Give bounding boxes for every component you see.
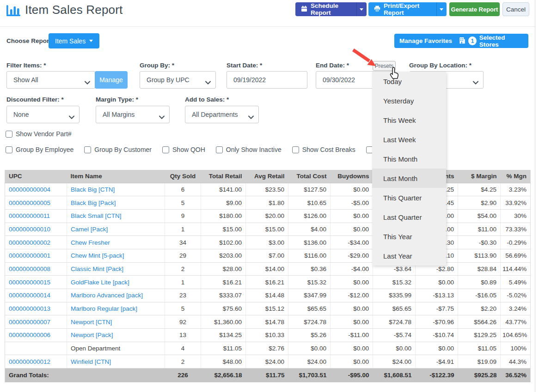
group-by-select[interactable]: Group By UPC xyxy=(140,71,216,89)
item-name-link[interactable]: Newport [Pack] xyxy=(71,332,113,338)
column-header-total-retail: Total Retail xyxy=(201,170,246,183)
presets-dropdown-menu: TodayYesterdayThis WeekLast WeekThis Mon… xyxy=(372,72,446,265)
add-to-sales-label: Add to Sales: * xyxy=(185,96,229,103)
cell-value: $28.84 xyxy=(458,262,501,276)
upc-link[interactable]: 000000000002 xyxy=(9,239,50,246)
upc-link[interactable]: 000000000013 xyxy=(9,305,50,312)
schedule-report-button[interactable]: Schedule Report xyxy=(295,2,367,16)
checkbox-box[interactable] xyxy=(162,146,169,153)
cell-value: $75.60 xyxy=(201,302,246,315)
preset-option-last-month[interactable]: Last Month xyxy=(372,169,446,188)
cell-value: 33.92% xyxy=(501,196,531,210)
upc-link[interactable]: 000000000012 xyxy=(9,358,50,365)
presets-button[interactable]: Presets xyxy=(373,61,396,71)
checkbox-box[interactable] xyxy=(6,146,12,153)
start-date-input[interactable]: 09/19/2022 xyxy=(227,71,307,89)
preset-option-this-year[interactable]: This Year xyxy=(372,227,446,246)
cell-value: $203.00 xyxy=(201,249,246,262)
cell-value: $0.00 xyxy=(331,302,373,315)
cell-value: 92 xyxy=(165,315,201,329)
preset-option-this-week[interactable]: This Week xyxy=(372,110,446,130)
margin-type-select[interactable]: All Margins xyxy=(96,106,170,123)
generate-report-button[interactable]: Generate Report xyxy=(449,2,500,16)
preset-option-today[interactable]: Today xyxy=(372,72,446,91)
cell-value: -$7.75 xyxy=(416,302,458,315)
manage-favorites-button[interactable]: Manage Favorites xyxy=(394,34,457,48)
grand-total-value: 226 xyxy=(165,368,201,382)
cell-value: $28.00 xyxy=(201,262,246,276)
upc-link[interactable]: 000000000015 xyxy=(9,279,50,286)
upc-link[interactable]: 000000000014 xyxy=(9,292,50,299)
preset-option-last-week[interactable]: Last Week xyxy=(372,130,446,149)
caret-down-icon xyxy=(360,8,363,11)
cell-value: -$70.96 xyxy=(416,315,458,329)
upc-link[interactable]: 000000000011 xyxy=(9,212,50,219)
report-selector-button[interactable]: Item Sales xyxy=(49,33,99,48)
preset-option-this-month[interactable]: This Month xyxy=(372,149,446,169)
cell-value: $19.09 xyxy=(458,355,501,368)
item-name-link[interactable]: Black Big [Pack] xyxy=(71,199,116,206)
upc-link[interactable]: 000000000005 xyxy=(9,199,50,206)
upc-link[interactable]: 000000000004 xyxy=(9,186,50,193)
item-name-link[interactable]: Marlboro Regular [pack] xyxy=(71,305,137,312)
item-name-link[interactable]: Marlboro Advanced [pack] xyxy=(71,292,143,299)
upc-link[interactable]: 000000000007 xyxy=(9,319,50,326)
selected-stores-button[interactable]: 1 Selected Stores xyxy=(453,34,528,48)
preset-option-last-quarter[interactable]: Last Quarter xyxy=(372,207,446,227)
grand-total-value: $1,608.51 xyxy=(373,368,416,382)
add-to-sales-select[interactable]: All Departments xyxy=(185,106,259,123)
item-name-link[interactable]: Winfield [CTN] xyxy=(71,358,111,365)
preset-option-yesterday[interactable]: Yesterday xyxy=(372,91,446,110)
cell-value: $126.00 xyxy=(288,209,331,223)
preset-option-last-year[interactable]: Last Year xyxy=(372,246,446,265)
preset-option-this-quarter[interactable]: This Quarter xyxy=(372,188,446,207)
discounted-filter-select[interactable]: None xyxy=(6,106,80,123)
cell-value: 44.3% xyxy=(501,355,531,368)
print-export-report-button[interactable]: Print/Export Report xyxy=(368,2,447,16)
add-to-sales-value: All Departments xyxy=(192,111,238,118)
chevron-down-icon xyxy=(205,78,211,86)
cell-value: $65.65 xyxy=(288,302,331,315)
page-right-border xyxy=(535,0,535,392)
cell-item-name: Marlboro Regular [pack] xyxy=(67,302,165,315)
cell-value: $24.00 xyxy=(373,355,416,368)
checkbox-group-by-employee[interactable]: Group By Employee xyxy=(6,146,74,153)
print-export-dropdown-toggle[interactable] xyxy=(436,2,447,16)
cell-value: -$16.05 xyxy=(458,289,501,302)
item-name-link[interactable]: Newport [CTN] xyxy=(71,319,112,326)
checkbox-show-vendor-part[interactable]: Show Vendor Part# xyxy=(6,130,72,138)
checkbox-show-cost-breaks[interactable]: Show Cost Breaks xyxy=(292,146,355,153)
checkbox-only-show-inactive[interactable]: Only Show Inactive xyxy=(216,146,282,153)
manage-filter-button[interactable]: Manage xyxy=(95,71,128,89)
cell-value: $180.00 xyxy=(201,209,246,223)
upc-link[interactable]: 000000000006 xyxy=(9,332,50,338)
upc-link[interactable]: 000000000008 xyxy=(9,265,50,272)
cell-value xyxy=(67,368,165,382)
checkbox-group-by-customer[interactable]: Group By Customer xyxy=(84,146,152,153)
upc-link[interactable]: 000000000010 xyxy=(9,226,50,233)
upc-link[interactable]: 000000000001 xyxy=(9,252,50,259)
filter-items-value: Show All xyxy=(13,76,38,84)
item-name-link[interactable]: Black Big [CTN] xyxy=(71,186,115,193)
checkbox-box[interactable] xyxy=(216,146,223,153)
item-name-link[interactable]: Black Small [CTN] xyxy=(71,212,122,219)
item-name-link[interactable]: Camel [Pack] xyxy=(71,226,108,233)
item-name-link[interactable]: Chew Fresher xyxy=(71,239,110,246)
calendar-icon xyxy=(301,6,307,13)
checkbox-show-qoh[interactable]: Show QOH xyxy=(162,146,205,153)
checkbox-box[interactable] xyxy=(6,131,12,138)
checkbox-label: Group By Employee xyxy=(16,146,74,153)
cell-value: $141.00 xyxy=(201,183,246,196)
item-name-link[interactable]: GoldFlake Lite [pack] xyxy=(71,279,129,286)
cell-value: -$34.00 xyxy=(331,236,373,249)
checkbox-box[interactable] xyxy=(292,146,299,153)
cell-value: $23.50 xyxy=(246,183,288,196)
item-name-link[interactable]: Chew Mint [5-pack] xyxy=(71,252,124,259)
checkbox-box[interactable] xyxy=(84,146,91,153)
filter-items-select[interactable]: Show All xyxy=(6,71,95,89)
item-name-link[interactable]: Classic Mint [Pack] xyxy=(71,265,123,272)
schedule-report-dropdown-toggle[interactable] xyxy=(356,2,367,16)
item-sales-report-page: Item Sales Report Schedule Report xyxy=(0,0,539,392)
cancel-button[interactable]: Cancel xyxy=(502,2,529,16)
cell-value: 4 xyxy=(165,342,201,355)
